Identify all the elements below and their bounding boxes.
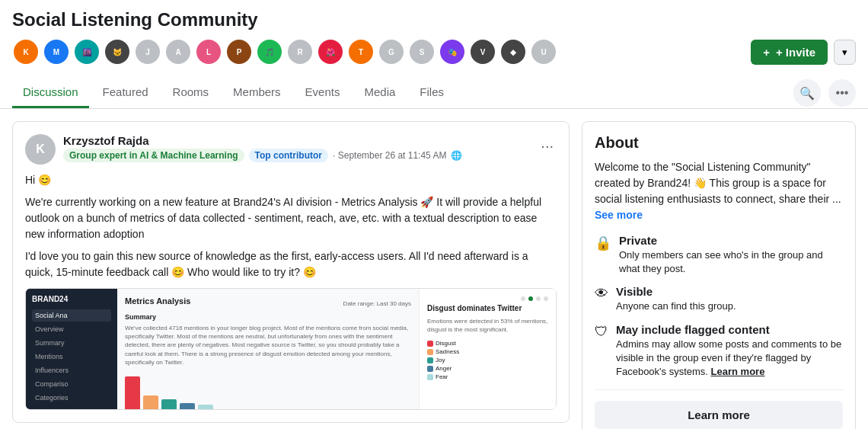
avatar-4: J (134, 38, 161, 66)
posts-area: K Krzysztof Rajda Group expert in AI & M… (12, 121, 570, 423)
ss-menu-compare: Compariso (32, 378, 111, 390)
ss-chart-desc: Emotions were detected in 53% of mention… (427, 317, 548, 334)
post-timestamp: · September 26 at 11:45 AM (333, 150, 446, 161)
private-title: Private (619, 234, 843, 247)
page-title: Social Listening Community (12, 9, 856, 30)
post-more-button[interactable]: ··· (538, 134, 557, 158)
about-item-private: 🔒 Private Only members can see who's in … (595, 234, 843, 276)
about-card: About Welcome to the "Social Listening C… (582, 121, 856, 429)
eye-icon: 👁 (595, 286, 608, 302)
ss-menu-mentions: Mentions (32, 351, 111, 363)
ss-menu-sources: Sources (32, 405, 111, 410)
flagged-learn-more-link[interactable]: Learn more (711, 366, 765, 377)
divider (595, 389, 843, 390)
tab-rooms[interactable]: Rooms (162, 78, 220, 108)
avatar-12: G (378, 38, 405, 66)
ss-date-range: Date range: Last 30 days (343, 300, 411, 307)
ss-menu-social: Social Ana (32, 309, 111, 322)
avatar-16: ◆ (499, 38, 527, 66)
ss-dot-4 (544, 296, 548, 301)
badge-contributor: Top contributor (249, 149, 328, 162)
private-desc: Only members can see who's in the group … (619, 248, 843, 276)
post-image-preview: BRAND24 Social Ana Overview Summary Ment… (25, 288, 557, 410)
plus-icon: + (763, 46, 770, 59)
globe-icon: 🌐 (451, 150, 462, 161)
search-icon: 🔍 (799, 86, 815, 101)
flagged-title: May include flagged content (616, 323, 843, 336)
avatar-8: 🎵 (256, 38, 283, 66)
lock-icon: 🔒 (595, 235, 611, 251)
ss-dot-2 (528, 296, 533, 301)
visible-title: Visible (616, 285, 736, 298)
about-item-flagged: 🛡 May include flagged content Admins may… (595, 323, 843, 379)
tab-events[interactable]: Events (295, 78, 351, 108)
avatar-15: V (469, 38, 496, 66)
post-meta: Krzysztof Rajda Group expert in AI & Mac… (63, 134, 538, 162)
avatar-10: 🌺 (317, 38, 344, 66)
tab-featured[interactable]: Featured (92, 78, 159, 108)
ss-dot-3 (536, 296, 541, 301)
ss-menu-influencers: Influencers (32, 364, 111, 376)
invite-chevron-button[interactable]: ▾ (834, 40, 856, 65)
avatar-17: U (530, 38, 557, 66)
ss-summary-label: Summary (125, 313, 411, 321)
invite-label: + Invite (776, 46, 815, 59)
members-avatars: KM🌆🐱JALP🎵R🌺TGS🎭V◆U + + Invite ▾ (12, 38, 856, 66)
avatar-14: 🎭 (439, 38, 466, 66)
ss-menu-summary: Summary (32, 337, 111, 349)
avatar-13: S (408, 38, 436, 66)
ss-summary-text: We've collected 4716 mentions in your lo… (125, 324, 411, 367)
about-sidebar: About Welcome to the "Social Listening C… (582, 121, 856, 429)
badge-expert: Group expert in AI & Machine Learning (63, 149, 244, 162)
post-author-name: Krzysztof Rajda (63, 134, 538, 147)
ss-menu-categories: Categories (32, 392, 111, 404)
ss-sidebar: BRAND24 Social Ana Overview Summary Ment… (26, 289, 117, 409)
tab-discussion[interactable]: Discussion (12, 78, 89, 108)
learn-more-button[interactable]: Learn more (595, 401, 843, 429)
ss-dot-1 (521, 296, 525, 301)
navigation-tabs: Discussion Featured Rooms Members Events… (0, 78, 868, 109)
invite-button[interactable]: + + Invite (751, 40, 828, 65)
avatar-2: 🌆 (73, 38, 101, 66)
about-item-visible: 👁 Visible Anyone can find this group. (595, 285, 843, 313)
tab-media[interactable]: Media (353, 78, 406, 108)
avatar-9: R (286, 38, 314, 66)
shield-icon: 🛡 (595, 324, 608, 340)
flagged-desc: Admins may allow some posts and comments… (616, 338, 843, 379)
tab-files[interactable]: Files (409, 78, 455, 108)
ss-brand-label: BRAND24 (32, 295, 111, 303)
avatar-0: K (12, 38, 40, 66)
avatar-5: A (164, 38, 192, 66)
avatar-1: M (43, 38, 70, 66)
ss-main: Metrics Analysis Date range: Last 30 day… (117, 289, 419, 409)
about-title: About (595, 134, 843, 152)
tab-members[interactable]: Members (222, 78, 292, 108)
ss-right-panel: Disgust dominates Twitter Emotions were … (419, 289, 556, 409)
avatar-3: 🐱 (104, 38, 131, 66)
about-description: Welcome to the "Social Listening Communi… (595, 159, 843, 223)
post-author-avatar: K (25, 134, 56, 165)
avatar-7: P (225, 38, 253, 66)
visible-desc: Anyone can find this group. (616, 299, 736, 313)
post-content: Hi 😊 We're currently working on a new fe… (25, 172, 557, 280)
ss-chart-title: Disgust dominates Twitter (427, 304, 548, 312)
search-button[interactable]: 🔍 (793, 79, 821, 107)
ss-main-title: Metrics Analysis (125, 296, 190, 306)
post-card: K Krzysztof Rajda Group expert in AI & M… (12, 121, 570, 423)
ss-bar-chart (125, 373, 411, 410)
chevron-down-icon: ▾ (842, 46, 847, 58)
more-options-button[interactable]: ••• (828, 79, 856, 107)
ss-navigation-dots (427, 296, 548, 301)
avatar-11: T (347, 38, 375, 66)
avatar-6: L (195, 38, 222, 66)
ss-menu-overview: Overview (32, 323, 111, 335)
ellipsis-icon: ••• (836, 86, 849, 100)
ss-legend: Disgust Sadness Joy Anger Fear (427, 340, 548, 380)
see-more-link[interactable]: See more (595, 209, 643, 221)
